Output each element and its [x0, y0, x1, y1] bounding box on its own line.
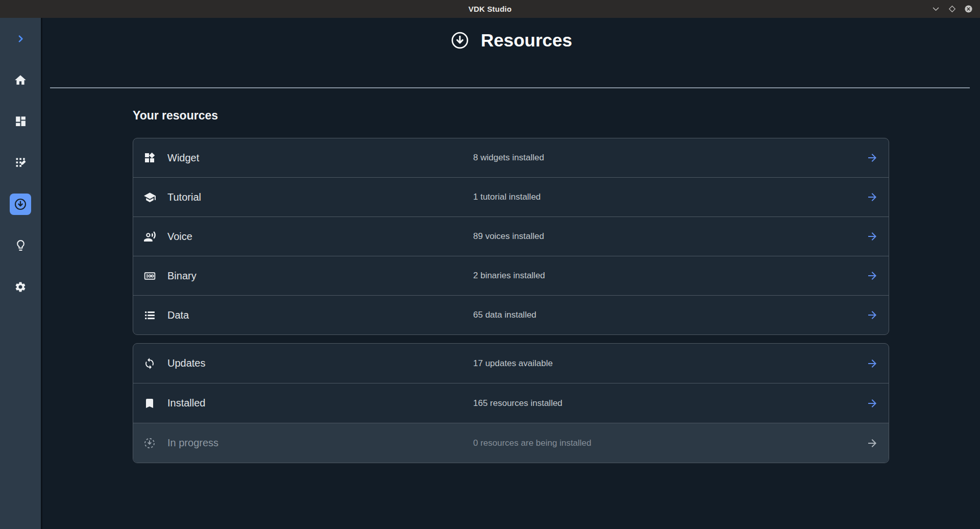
row-label: Data — [167, 309, 189, 321]
chevron-right-icon — [15, 34, 26, 44]
minimize-button[interactable] — [929, 3, 942, 15]
close-icon — [964, 5, 973, 13]
resource-types-card: Widget 8 widgets installed Tutorial 1 tu… — [133, 138, 889, 335]
resource-row-updates[interactable]: Updates 17 updates available — [133, 344, 889, 383]
downloading-icon — [143, 437, 156, 450]
maximize-diamond-icon — [948, 5, 956, 13]
titlebar: VDK Studio — [0, 0, 980, 18]
row-status: 2 binaries installed — [473, 271, 545, 281]
header-divider — [50, 87, 970, 88]
row-status: 89 voices installed — [473, 231, 544, 242]
sidebar-item-dashboard[interactable] — [0, 101, 41, 142]
lightbulb-icon — [14, 239, 27, 252]
main-content: Resources Your resources Widget 8 widget… — [42, 18, 980, 529]
sidebar-expand-button[interactable] — [0, 18, 41, 59]
arrow-forward-icon — [866, 397, 878, 410]
row-status: 8 widgets installed — [473, 153, 544, 163]
tutorial-school-icon — [143, 190, 156, 204]
arrow-forward-icon — [866, 152, 878, 164]
row-label: Installed — [167, 397, 206, 409]
row-label: Binary — [167, 270, 197, 282]
resource-row-voice[interactable]: Voice 89 voices installed — [133, 217, 889, 256]
window-controls — [929, 0, 975, 18]
widgets-icon — [143, 151, 156, 164]
row-label: Updates — [167, 357, 206, 369]
home-icon — [14, 74, 27, 87]
page-header: Resources — [42, 29, 980, 52]
sidebar-item-resources[interactable] — [0, 183, 41, 225]
resource-row-widget[interactable]: Widget 8 widgets installed — [133, 138, 889, 177]
arrow-forward-icon — [866, 357, 878, 370]
row-status: 165 resources installed — [473, 398, 562, 408]
window-title: VDK Studio — [469, 5, 512, 13]
row-status: 0 resources are being installed — [473, 438, 592, 448]
sidebar — [0, 18, 42, 529]
download-circle-icon — [14, 198, 27, 211]
binary-icon — [143, 269, 156, 282]
sync-icon — [143, 357, 156, 370]
row-status: 17 updates available — [473, 358, 553, 369]
voice-icon — [143, 230, 156, 243]
row-label: In progress — [167, 437, 218, 449]
row-status: 1 tutorial installed — [473, 192, 541, 202]
gear-icon — [14, 281, 27, 293]
sidebar-item-settings[interactable] — [0, 266, 41, 307]
active-item-highlight — [10, 194, 31, 215]
bookmark-icon — [143, 397, 156, 410]
row-status: 65 data installed — [473, 310, 536, 320]
section-title: Your resources — [133, 109, 980, 123]
arrow-forward-icon — [866, 437, 878, 449]
resource-row-in-progress[interactable]: In progress 0 resources are being instal… — [133, 423, 889, 463]
arrow-forward-icon — [866, 309, 878, 321]
arrow-forward-icon — [866, 270, 878, 282]
sidebar-item-home[interactable] — [0, 59, 41, 101]
app-registration-icon — [14, 156, 27, 169]
resource-row-installed[interactable]: Installed 165 resources installed — [133, 383, 889, 423]
dashboard-icon — [14, 115, 27, 128]
app-frame: Resources Your resources Widget 8 widget… — [0, 18, 980, 529]
close-button[interactable] — [962, 3, 975, 15]
arrow-forward-icon — [866, 230, 878, 243]
arrow-forward-icon — [866, 191, 878, 203]
page-title: Resources — [481, 30, 572, 51]
row-label: Voice — [167, 231, 192, 243]
data-list-icon — [143, 308, 156, 322]
resource-row-binary[interactable]: Binary 2 binaries installed — [133, 256, 889, 295]
download-circle-icon — [450, 31, 470, 50]
maximize-button[interactable] — [946, 3, 958, 15]
row-label: Widget — [167, 152, 199, 164]
minimize-chevron-icon — [932, 5, 940, 13]
resource-row-tutorial[interactable]: Tutorial 1 tutorial installed — [133, 177, 889, 217]
row-label: Tutorial — [167, 191, 201, 203]
resource-row-data[interactable]: Data 65 data installed — [133, 295, 889, 334]
sidebar-item-ideas[interactable] — [0, 225, 41, 266]
resource-state-card: Updates 17 updates available Installed 1… — [133, 343, 889, 463]
sidebar-item-editor[interactable] — [0, 142, 41, 183]
